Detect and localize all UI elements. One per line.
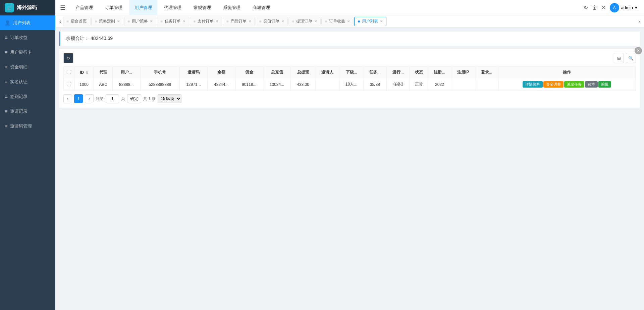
tab-strategy-label: 策略定制 [99,18,115,24]
tab-home[interactable]: 后台首页 [63,17,91,26]
page-label: 页 [121,96,125,102]
nav-agent[interactable]: 代理管理 [159,0,187,15]
table-card: ⟳ ⊞ 🔍 ✕ [59,49,640,108]
tab-task-order-label: 任务订单 [165,18,181,24]
action-btn-btn-detail[interactable]: 详情资料 [523,81,543,88]
top-nav-right: ↻ 🗑 ✕ A admin ▾ [584,3,641,12]
window-close-icon[interactable]: ✕ [601,4,606,11]
bank-card-icon: ≡ [5,50,7,55]
balance-bar: 余额合计： 482440.69 [59,32,640,46]
tab-close-icon[interactable]: ✕ [314,19,317,23]
sidebar-item-invite-record[interactable]: ≡ 邀请记录 [0,104,55,119]
refresh-table-btn[interactable]: ⟳ [63,53,73,63]
cell-task: 38/38 [363,78,386,91]
tab-order-income[interactable]: 订单收益 ✕ [321,17,354,26]
tab-close-icon[interactable]: ✕ [380,19,383,23]
sidebar-item-invite-code[interactable]: ≡ 邀请码管理 [0,119,55,134]
close-card-btn[interactable]: ✕ [635,47,642,54]
action-btn-btn-edit[interactable]: 编辑 [598,81,611,88]
row-checkbox[interactable] [67,82,71,86]
tab-close-icon[interactable]: ✕ [347,19,350,23]
tab-recharge-order[interactable]: 充值订单 ✕ [256,17,288,26]
menu-toggle-icon[interactable]: ☰ [57,4,69,11]
nav-order[interactable]: 订单管理 [100,0,128,15]
tab-close-icon[interactable]: ✕ [216,19,218,23]
page-confirm-btn[interactable]: 确定 [127,94,141,103]
sidebar-item-bank-card[interactable]: ≡ 用户银行卡 [0,45,55,60]
tab-home-label: 后台首页 [71,18,87,24]
th-action: 操作 [498,67,636,78]
cell-progress: 任务3 [386,78,410,91]
tab-close-icon[interactable]: ✕ [281,19,284,23]
action-btn-btn-fund[interactable]: 资金调整 [543,81,564,88]
tab-dot [325,20,327,22]
nav-user[interactable]: 用户管理 [129,0,157,15]
tab-user-strategy[interactable]: 用户策略 ✕ [124,17,156,26]
tab-dot [259,20,261,22]
tab-product-order[interactable]: 产品订单 ✕ [223,17,255,26]
action-btn-btn-task[interactable]: 派发任务 [564,81,584,88]
tab-scroll-area: 后台首页 策略定制 ✕ 用户策略 ✕ 任务订单 ✕ [63,17,636,26]
app-logo-icon: 🛒 [5,3,14,12]
tab-pay-order[interactable]: 支付订单 ✕ [190,17,222,26]
tab-close-icon[interactable]: ✕ [249,19,251,23]
sidebar-item-label-invite-code: 邀请码管理 [10,123,32,129]
select-all-checkbox[interactable] [67,70,71,74]
nav-regular[interactable]: 常规管理 [188,0,216,15]
nav-product[interactable]: 产品管理 [70,0,98,15]
sidebar-item-user-list[interactable]: 👤 用户列表 [0,15,55,30]
sidebar-item-label-order-income: 订单收益 [10,35,28,41]
tab-user-list[interactable]: 用户列表 ✕ [354,17,386,26]
th-id: ID ⇅ [74,67,94,78]
cell-commission: 90118... [235,78,263,91]
cell-actions: 详情资料资金调整派发任务账本编辑 [498,78,636,91]
cell-id: 1000 [74,78,94,91]
tab-task-order[interactable]: 任务订单 ✕ [157,17,189,26]
tab-close-icon[interactable]: ✕ [150,19,153,23]
cell-login-time [475,78,498,91]
tab-prev-btn[interactable]: ‹ [57,18,63,24]
page-goto-input[interactable] [106,94,119,103]
sidebar-item-label-fund-detail: 资金明细 [10,64,28,70]
cell-total-withdraw: 433.00 [291,78,315,91]
sidebar-item-label-invite-record: 邀请记录 [10,108,28,114]
tab-next-btn[interactable]: › [636,18,642,24]
nav-mall[interactable]: 商城管理 [247,0,275,15]
invite-icon: ≡ [5,109,7,114]
app-logo-text: 海外源码 [17,4,37,11]
page-1-btn[interactable]: 1 [74,94,83,103]
tab-close-icon[interactable]: ✕ [183,19,185,23]
sort-icon[interactable]: ⇅ [86,71,88,74]
cell-phone: 5288888888 [140,78,179,91]
data-table: ID ⇅ 代理 用户... 手机号 邀请码 余额 佣金 总充值 总提现 邀请人 [63,66,636,91]
admin-area[interactable]: A admin ▾ [610,3,637,12]
sidebar-item-real-name[interactable]: ≡ 实名认证 [0,74,55,89]
th-progress: 进行... [386,67,410,78]
tab-close-icon[interactable]: ✕ [117,19,120,23]
grid-view-btn[interactable]: ⊞ [614,53,624,63]
avatar: A [610,3,619,12]
tab-strategy[interactable]: 策略定制 ✕ [91,17,123,26]
row-checkbox-cell [64,78,74,91]
page-next-btn[interactable]: › [85,94,94,103]
sidebar-item-label-real-name: 实名认证 [10,79,28,85]
page-prev-btn[interactable]: ‹ [63,94,72,103]
refresh-icon[interactable]: ↻ [584,4,588,11]
sidebar-item-label-sign-record: 签到记录 [10,94,28,100]
sidebar-item-sign-record[interactable]: ≡ 签到记录 [0,89,55,104]
sidebar-item-fund-detail[interactable]: ≡ 资金明细 [0,60,55,74]
page-size-select[interactable]: 15条/页 10条/页 20条/页 50条/页 [158,94,181,103]
delete-icon[interactable]: 🗑 [592,5,597,11]
th-total-recharge: 总充值 [263,67,291,78]
search-toggle-btn[interactable]: 🔍 [626,53,636,63]
th-status: 状态 [410,67,428,78]
sidebar-item-order-income[interactable]: ≡ 订单收益 [0,30,55,45]
th-total-withdraw: 总提现 [291,67,315,78]
nav-system[interactable]: 系统管理 [218,0,246,15]
tab-pay-order-label: 支付订单 [198,18,214,24]
table-row: 1000 ABC 88888... 5288888888 12971... 48… [64,78,636,91]
action-btn-btn-copy[interactable]: 账本 [585,81,598,88]
sign-icon: ≡ [5,94,7,99]
th-invite-code: 邀请码 [179,67,207,78]
tab-withdraw-order[interactable]: 提现订单 ✕ [288,17,321,26]
